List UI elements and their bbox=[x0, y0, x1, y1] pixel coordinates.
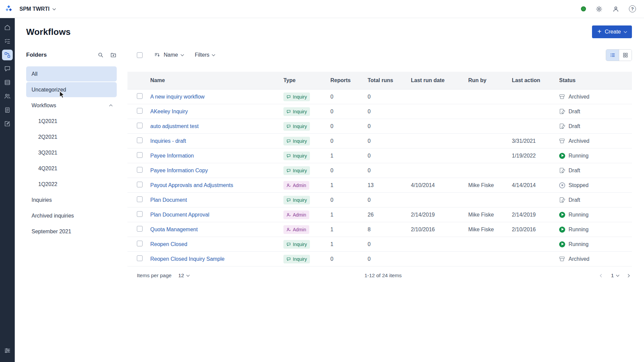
last-action-cell bbox=[512, 163, 559, 178]
workflow-name-link[interactable]: Payout Approvals and Adjustments bbox=[150, 182, 233, 188]
last-run-date-cell bbox=[411, 148, 468, 163]
type-label: Admin bbox=[293, 227, 306, 232]
last-run-date-cell: 2/10/2016 bbox=[411, 222, 468, 237]
row-checkbox[interactable] bbox=[137, 93, 143, 99]
table-row[interactable]: Payout Approvals and Adjustments Admin 1… bbox=[127, 178, 632, 193]
workflow-name-link[interactable]: AKeeley Inquiry bbox=[150, 109, 188, 114]
table-row[interactable]: Reopen Closed Inquiry Sample Inquiry 0 0… bbox=[127, 252, 632, 266]
reports-cell: 0 bbox=[330, 193, 368, 207]
table-row[interactable]: Plan Document Inquiry 0 0 Draft bbox=[127, 193, 632, 207]
nav-workflows-icon[interactable] bbox=[2, 50, 13, 60]
select-all-checkbox[interactable] bbox=[137, 52, 143, 58]
run-by-cell: Mike Fiske bbox=[468, 178, 512, 193]
row-checkbox[interactable] bbox=[137, 123, 143, 128]
folder-item-inquiries[interactable]: Inquiries bbox=[26, 192, 117, 207]
workspace-switcher[interactable]: SPM TWRTI bbox=[17, 6, 57, 12]
type-label: Inquiry bbox=[293, 124, 307, 129]
pagination-range-text: 1-12 of 24 items bbox=[364, 273, 401, 279]
row-checkbox[interactable] bbox=[137, 196, 143, 202]
nav-compose-icon[interactable] bbox=[2, 118, 13, 129]
workflow-name-link[interactable]: Payee Information Copy bbox=[150, 168, 208, 173]
status-label: Draft bbox=[569, 123, 580, 129]
table-row[interactable]: Reopen Closed Inquiry 1 0 Running bbox=[127, 237, 632, 252]
workflow-name-link[interactable]: auto adjustment test bbox=[150, 123, 199, 129]
type-badge: Inquiry bbox=[283, 196, 310, 204]
app-logo-icon bbox=[5, 5, 13, 13]
status-icon bbox=[559, 168, 565, 174]
row-checkbox[interactable] bbox=[137, 255, 143, 261]
nav-tasks-icon[interactable] bbox=[2, 36, 13, 47]
workflow-name-link[interactable]: Reopen Closed bbox=[150, 241, 187, 247]
nav-grid-data-icon[interactable] bbox=[2, 77, 13, 88]
chevron-down-icon bbox=[186, 274, 190, 277]
help-icon[interactable]: ? bbox=[629, 5, 636, 12]
connection-status-icon[interactable] bbox=[581, 6, 586, 11]
table-row[interactable]: Payee Information Copy Inquiry 0 0 Draft bbox=[127, 163, 632, 178]
folder-item-1q2022[interactable]: 1Q2022 bbox=[26, 177, 117, 192]
workflow-name-link[interactable]: Reopen Closed Inquiry Sample bbox=[150, 256, 224, 262]
row-checkbox[interactable] bbox=[137, 152, 143, 158]
row-checkbox[interactable] bbox=[137, 167, 143, 173]
folder-item-3q2021[interactable]: 3Q2021 bbox=[26, 145, 117, 160]
workflow-name-link[interactable]: Inquiries - draft bbox=[150, 138, 186, 144]
status-label: Draft bbox=[569, 168, 580, 174]
workflow-name-link[interactable]: Plan Document Approval bbox=[150, 212, 209, 218]
workflow-name-link[interactable]: A new inquiry workflow bbox=[150, 94, 205, 100]
folder-item-4q2021[interactable]: 4Q2021 bbox=[26, 161, 117, 176]
list-view-button[interactable] bbox=[606, 50, 619, 61]
table-row[interactable]: Inquiries - draft Inquiry 0 0 3/31/2021 … bbox=[127, 134, 632, 148]
grid-view-button[interactable] bbox=[619, 50, 632, 61]
table-row[interactable]: auto adjustment test Inquiry 0 0 Draft bbox=[127, 119, 632, 134]
last-run-date-cell: 4/10/2014 bbox=[411, 178, 468, 193]
table-row[interactable]: Quota Management Admin 1 8 2/10/2016 Mik… bbox=[127, 222, 632, 237]
workflow-name-link[interactable]: Quota Management bbox=[150, 227, 198, 232]
run-by-cell: Mike Fiske bbox=[468, 222, 512, 237]
type-badge: Inquiry bbox=[283, 166, 310, 175]
folder-item-uncategorized[interactable]: Uncategorized bbox=[26, 82, 117, 97]
row-checkbox[interactable] bbox=[137, 108, 143, 114]
folders-search-icon[interactable] bbox=[97, 52, 104, 58]
filters-button[interactable]: Filters bbox=[195, 52, 215, 58]
type-badge: Admin bbox=[283, 225, 309, 234]
total-runs-cell: 0 bbox=[368, 134, 411, 148]
prev-page-icon[interactable] bbox=[600, 275, 603, 277]
account-user-icon[interactable] bbox=[612, 5, 620, 13]
status-icon bbox=[559, 182, 565, 188]
table-row[interactable]: AKeeley Inquiry Inquiry 0 0 Draft bbox=[127, 104, 632, 119]
folder-item-2q2021[interactable]: 2Q2021 bbox=[26, 129, 117, 144]
next-page-icon[interactable] bbox=[627, 275, 629, 277]
row-checkbox[interactable] bbox=[137, 241, 143, 246]
nav-settings-sliders-icon[interactable] bbox=[2, 345, 13, 356]
table-row[interactable]: A new inquiry workflow Inquiry 0 0 Archi… bbox=[127, 89, 632, 104]
type-badge: Admin bbox=[283, 181, 309, 190]
create-button-label: Create bbox=[605, 29, 621, 35]
row-checkbox[interactable] bbox=[137, 182, 143, 187]
row-checkbox[interactable] bbox=[137, 211, 143, 217]
nav-home-icon[interactable] bbox=[2, 22, 13, 33]
folders-add-folder-icon[interactable] bbox=[110, 52, 117, 58]
page-size-select[interactable]: 12 bbox=[176, 272, 191, 279]
table-row[interactable]: Plan Document Approval Admin 1 26 2/14/2… bbox=[127, 207, 632, 222]
inquiry-icon bbox=[286, 95, 291, 99]
sort-button[interactable]: Name bbox=[154, 52, 183, 58]
reports-cell: 1 bbox=[330, 178, 368, 193]
folder-item-all[interactable]: All bbox=[26, 66, 117, 81]
type-badge: Admin bbox=[283, 210, 309, 219]
nav-people-icon[interactable] bbox=[2, 91, 13, 102]
nav-comments-icon[interactable] bbox=[2, 63, 13, 74]
settings-gear-icon[interactable] bbox=[595, 5, 603, 13]
status-label: Draft bbox=[569, 109, 580, 115]
folder-item-archived-inquiries[interactable]: Archived inquiries bbox=[26, 208, 117, 223]
create-button[interactable]: + Create bbox=[592, 25, 632, 38]
workflow-name-link[interactable]: Payee Information bbox=[150, 153, 194, 159]
page-number-select[interactable]: 1 bbox=[611, 273, 619, 279]
row-checkbox[interactable] bbox=[137, 137, 143, 143]
folder-item-september-2021[interactable]: September 2021 bbox=[26, 224, 117, 239]
folder-label: Workflows bbox=[32, 103, 56, 109]
workflow-name-link[interactable]: Plan Document bbox=[150, 197, 187, 203]
folder-group-workflows[interactable]: Workflows bbox=[26, 98, 117, 113]
row-checkbox[interactable] bbox=[137, 226, 143, 232]
table-row[interactable]: Payee Information Inquiry 1 0 1/19/2022 … bbox=[127, 148, 632, 163]
nav-reports-icon[interactable] bbox=[2, 105, 13, 115]
folder-item-1q2021[interactable]: 1Q2021 bbox=[26, 114, 117, 129]
